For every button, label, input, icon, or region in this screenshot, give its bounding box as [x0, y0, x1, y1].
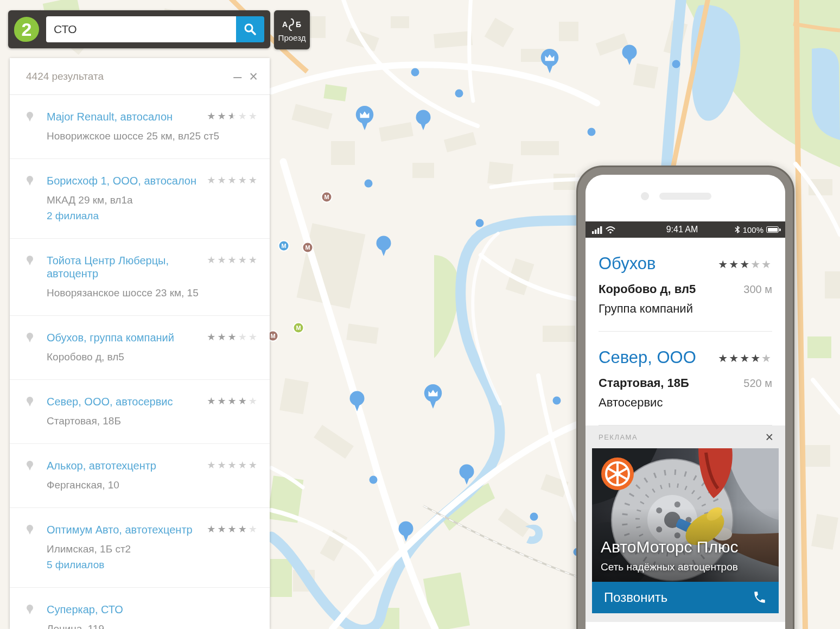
ad-image: АвтоМоторс Плюс Сеть надёжных автоцентро… — [592, 448, 779, 582]
search-input[interactable] — [46, 16, 236, 42]
metro-station-icon[interactable]: М — [279, 241, 289, 251]
svg-text:М: М — [324, 194, 329, 200]
list-item[interactable]: Суперкар, СТО Ленина, 119 — [10, 588, 270, 629]
rating-stars: ★★★★★ — [207, 459, 259, 471]
list-item[interactable]: Север, ООО, автосервис ★★★★★ Стартовая, … — [10, 380, 270, 444]
results-count: 4424 результата — [26, 71, 228, 82]
phone-mockup: 9:41 AM 100% Обухов ★★★★★ Коробово д, вл… — [576, 166, 794, 629]
result-title-link[interactable]: Major Renault, автосалон — [47, 110, 173, 123]
svg-text:М: М — [281, 243, 286, 249]
route-button-label: Проезд — [278, 33, 306, 42]
map-pin-icon — [26, 111, 34, 124]
call-button-label: Позвонить — [604, 590, 667, 605]
svg-text:Б: Б — [296, 20, 301, 29]
search-bar: 2 — [8, 10, 270, 48]
phone-screen: 9:41 AM 100% Обухов ★★★★★ Коробово д, вл… — [586, 175, 785, 629]
map-pin-icon — [26, 524, 34, 537]
search-button[interactable] — [236, 16, 264, 42]
result-title-link[interactable]: Обухов, группа компаний — [47, 331, 174, 344]
app: МММММ 2 А Б Проезд 4424 результата – — [0, 0, 840, 629]
result-branches-link[interactable]: 5 филиалов — [47, 558, 259, 571]
map-marker-dot[interactable] — [476, 219, 484, 227]
result-title-link[interactable]: Тойота Центр Люберцы, автоцентр — [47, 254, 202, 280]
result-title-link[interactable]: Суперкар, СТО — [47, 603, 123, 616]
phone-result-title[interactable]: Север, ООО — [599, 348, 696, 367]
result-address: Ферганская, 10 — [47, 479, 259, 492]
phone-list-item[interactable]: Север, ООО ★★★★★ Стартовая, 18Б 520 м Ав… — [599, 332, 772, 425]
map-marker-dot[interactable] — [530, 513, 538, 521]
map-marker-dot[interactable] — [411, 68, 419, 77]
phone-result-category: Группа компаний — [599, 302, 772, 316]
map-marker-dot[interactable] — [553, 397, 561, 405]
phone-result-category: Автосервис — [599, 396, 772, 410]
advertiser-logo-icon — [601, 457, 634, 493]
minimize-button[interactable]: – — [228, 71, 247, 82]
ad-title: АвтоМоторс Плюс — [601, 538, 738, 556]
result-title-link[interactable]: Оптимум Авто, автотехцентр — [47, 523, 193, 536]
map-pin-icon — [26, 396, 34, 409]
rating-stars: ★★★★★ — [207, 331, 259, 342]
list-item[interactable]: Тойота Центр Люберцы, автоцентр ★★★★★ Но… — [10, 239, 270, 316]
rating-stars: ★★★★★ — [207, 523, 259, 535]
phone-rating-stars: ★★★★★ — [718, 352, 772, 365]
map-pin-icon — [26, 604, 34, 617]
metro-station-icon[interactable]: М — [322, 192, 332, 202]
result-address: Ленина, 119 — [47, 622, 259, 629]
results-header: 4424 результата – × — [10, 58, 270, 95]
map-marker-dot[interactable] — [672, 60, 680, 68]
close-icon[interactable]: × — [247, 70, 260, 83]
result-address: Илимская, 1Б ст2 — [47, 543, 259, 556]
phone-list-item[interactable]: Обухов ★★★★★ Коробово д, вл5 300 м Групп… — [599, 238, 772, 332]
map-marker-dot[interactable] — [370, 476, 378, 484]
status-time: 9:41 AM — [646, 225, 718, 234]
phone-result-distance: 300 м — [743, 283, 772, 296]
results-panel: 4424 результата – × Major Renault, автос… — [10, 58, 270, 629]
svg-text:М: М — [305, 244, 310, 251]
result-address: Коробово д, вл5 — [47, 351, 259, 364]
ad-card[interactable]: АвтоМоторс Плюс Сеть надёжных автоцентро… — [592, 448, 779, 613]
results-list: Major Renault, автосалон ★★★★★ Новорижск… — [10, 95, 270, 629]
list-item[interactable]: Борисхоф 1, ООО, автосалон ★★★★★ МКАД 29… — [10, 159, 270, 239]
bluetooth-icon — [735, 225, 740, 234]
result-branches-link[interactable]: 2 филиала — [47, 209, 259, 223]
phone-icon — [753, 590, 767, 605]
list-item[interactable]: Оптимум Авто, автотехцентр ★★★★★ Илимска… — [10, 508, 270, 588]
ad-subtitle: Сеть надёжных автоцентров — [601, 561, 738, 573]
map-marker-dot[interactable] — [588, 128, 596, 136]
battery-icon — [766, 226, 779, 233]
speaker-grill — [659, 193, 711, 200]
phone-result-address: Стартовая, 18Б — [599, 376, 689, 390]
map-marker-dot[interactable] — [455, 90, 463, 98]
result-title-link[interactable]: Север, ООО, автосервис — [47, 395, 173, 408]
svg-text:М: М — [296, 325, 301, 331]
rating-stars: ★★★★★ — [207, 395, 259, 406]
call-button[interactable]: Позвонить — [592, 582, 779, 613]
result-title-link[interactable]: Алькор, автотехцентр — [47, 459, 156, 472]
rating-stars: ★★★★★ — [207, 174, 259, 186]
result-address: Новорязанское шоссе 23 км, 15 — [47, 287, 259, 300]
ad-label: РЕКЛАМА — [599, 433, 638, 441]
signal-icon — [592, 226, 603, 234]
map-marker-dot[interactable] — [365, 180, 373, 188]
list-item[interactable]: Обухов, группа компаний ★★★★★ Коробово д… — [10, 316, 270, 380]
result-title-link[interactable]: Борисхоф 1, ООО, автосалон — [47, 174, 196, 187]
svg-text:А: А — [282, 20, 288, 29]
metro-station-icon[interactable]: М — [303, 243, 313, 253]
wifi-icon — [606, 226, 615, 234]
2gis-logo[interactable]: 2 — [14, 17, 39, 42]
list-item[interactable]: Major Renault, автосалон ★★★★★ Новорижск… — [10, 95, 270, 159]
metro-station-icon[interactable]: М — [294, 323, 304, 333]
route-ab-icon: А Б — [282, 17, 302, 31]
list-item[interactable]: Алькор, автотехцентр ★★★★★ Ферганская, 1… — [10, 444, 270, 508]
map-pin-icon — [26, 255, 34, 268]
rating-stars: ★★★★★ — [207, 110, 259, 122]
phone-status-bar: 9:41 AM 100% — [586, 221, 785, 238]
logo-text: 2 — [22, 19, 32, 40]
route-button[interactable]: А Б Проезд — [274, 10, 310, 49]
svg-text:М: М — [270, 333, 275, 339]
phone-result-title[interactable]: Обухов — [599, 254, 656, 274]
result-address: Стартовая, 18Б — [47, 415, 259, 428]
map-pin-icon — [26, 332, 34, 345]
phone-result-distance: 520 м — [743, 377, 772, 390]
ad-close-icon[interactable]: × — [765, 430, 773, 444]
